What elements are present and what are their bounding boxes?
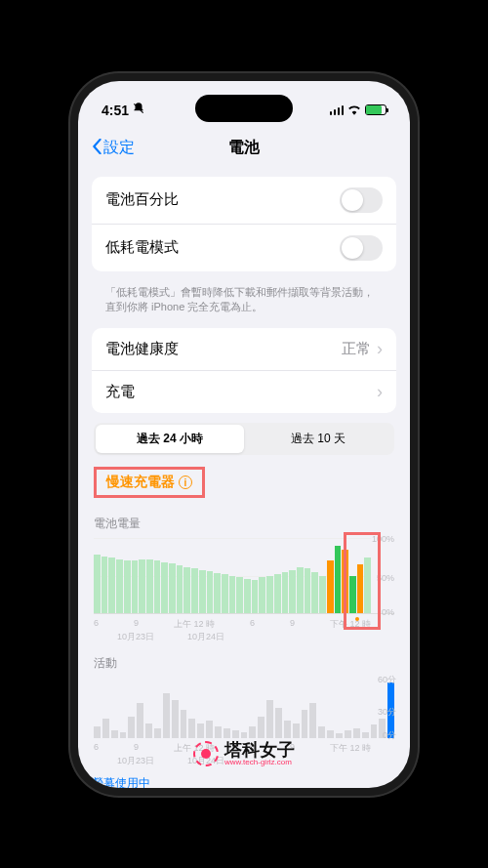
cell-label: 電池百分比 — [105, 190, 179, 209]
activity-bar — [181, 710, 187, 738]
activity-bar — [336, 733, 343, 738]
activity-bar — [206, 721, 213, 739]
battery-percentage-row[interactable]: 電池百分比 — [92, 177, 396, 224]
battery-bar — [297, 567, 304, 614]
slow-charger-label[interactable]: 慢速充電器 i — [106, 474, 192, 491]
activity-bar — [327, 730, 334, 738]
battery-bar — [199, 570, 206, 614]
status-time: 4:51 — [102, 103, 129, 118]
battery-bar — [183, 567, 190, 614]
battery-charging-icon — [365, 104, 386, 115]
activity-bar — [353, 728, 360, 738]
time-range-segmented: 過去 24 小時 過去 10 天 — [94, 423, 394, 455]
info-icon[interactable]: i — [179, 475, 192, 489]
activity-bar — [302, 710, 308, 738]
activity-bar — [163, 693, 170, 739]
activity-bar — [241, 732, 248, 738]
cellular-signal-icon — [330, 105, 345, 115]
battery-bar — [259, 577, 265, 613]
low-power-footer: 「低耗電模式」會暫時降低下載和郵件擷取等背景活動，直到你將 iPhone 完全充… — [92, 279, 396, 329]
y-label-30: 30分 — [378, 706, 396, 719]
watermark-url: www.tech-girlz.com — [224, 759, 295, 766]
activity-bar — [145, 723, 152, 739]
activity-bar — [154, 728, 161, 738]
bottom-summary: 螢幕使用中 — [78, 769, 410, 787]
chevron-right-icon: › — [377, 382, 383, 402]
battery-bar — [214, 573, 221, 614]
battery-bar — [94, 555, 101, 613]
activity-bar — [172, 700, 179, 738]
battery-bar — [311, 572, 318, 613]
tab-last-10d[interactable]: 過去 10 天 — [244, 425, 392, 453]
battery-bar — [266, 576, 273, 614]
y-label-100: 100% — [372, 534, 394, 544]
activity-bar — [232, 730, 239, 738]
silent-icon — [132, 102, 145, 118]
activity-bar — [102, 719, 109, 739]
wifi-icon — [347, 103, 361, 118]
annotation-highlight-slow-charger: 慢速充電器 i — [94, 467, 205, 498]
activity-bar — [345, 730, 351, 738]
battery-bar — [191, 568, 198, 613]
cell-label: 電池健康度 — [105, 340, 179, 358]
phone-frame: 4:51 設定 — [70, 73, 418, 796]
cell-label: 充電 — [105, 383, 135, 401]
battery-bar — [132, 560, 139, 613]
back-button[interactable]: 設定 — [92, 138, 135, 158]
battery-bar — [357, 564, 364, 613]
battery-bar — [222, 574, 228, 613]
battery-bar — [364, 558, 371, 614]
battery-bar — [139, 559, 145, 613]
low-power-toggle[interactable] — [340, 235, 383, 261]
dynamic-island — [195, 95, 293, 122]
battery-bar — [244, 579, 251, 613]
battery-health-row[interactable]: 電池健康度 正常 › — [92, 328, 396, 370]
activity-bar — [120, 732, 127, 738]
battery-percentage-toggle[interactable] — [340, 187, 383, 213]
battery-settings-group: 電池百分比 低耗電模式 — [92, 177, 396, 271]
phone-screen: 4:51 設定 — [78, 81, 410, 788]
tab-last-24h[interactable]: 過去 24 小時 — [96, 425, 244, 453]
activity-bar — [371, 724, 378, 738]
battery-bar — [161, 562, 168, 613]
battery-bar — [102, 557, 108, 614]
content-area[interactable]: 電池百分比 低耗電模式 「低耗電模式」會暫時降低下載和郵件擷取等背景活動，直到你… — [78, 169, 410, 768]
battery-bar — [177, 565, 183, 613]
activity-bar — [362, 732, 369, 738]
battery-bar — [327, 560, 334, 613]
chevron-left-icon — [92, 139, 102, 158]
battery-bar — [154, 560, 161, 613]
back-label: 設定 — [103, 138, 135, 158]
watermark: 塔科女子 www.tech-girlz.com — [193, 741, 295, 766]
battery-bar — [207, 571, 214, 613]
battery-bar — [282, 572, 289, 613]
activity-bar — [275, 708, 282, 738]
charging-row[interactable]: 充電 › — [92, 370, 396, 413]
activity-bar — [188, 719, 195, 739]
low-power-mode-row[interactable]: 低耗電模式 — [92, 224, 396, 271]
activity-bar — [318, 726, 325, 738]
battery-health-value: 正常 — [342, 340, 371, 358]
watermark-text: 塔科女子 — [224, 741, 295, 759]
battery-bar — [229, 576, 236, 614]
battery-bar — [116, 559, 123, 613]
battery-bar — [335, 546, 342, 613]
chart-x-axis: 69上午 12 時69下午 12 時 — [94, 614, 394, 631]
battery-bar — [274, 574, 281, 613]
battery-bar — [252, 580, 259, 614]
activity-bar — [284, 721, 291, 739]
battery-bar — [108, 558, 115, 613]
chart-x-dates: 10月23日10月24日 — [94, 631, 394, 643]
page-title: 電池 — [228, 138, 260, 158]
chart-title: 電池電量 — [94, 516, 394, 532]
activity-bar — [266, 700, 273, 738]
battery-bar — [146, 559, 153, 613]
y-label-50: 50% — [377, 573, 394, 583]
activity-bar — [309, 703, 316, 738]
activity-bar — [293, 723, 300, 739]
battery-bar — [342, 550, 348, 613]
activity-bar — [94, 726, 101, 738]
watermark-logo-icon — [193, 741, 219, 766]
battery-bar — [319, 576, 326, 614]
chevron-right-icon: › — [377, 339, 383, 359]
